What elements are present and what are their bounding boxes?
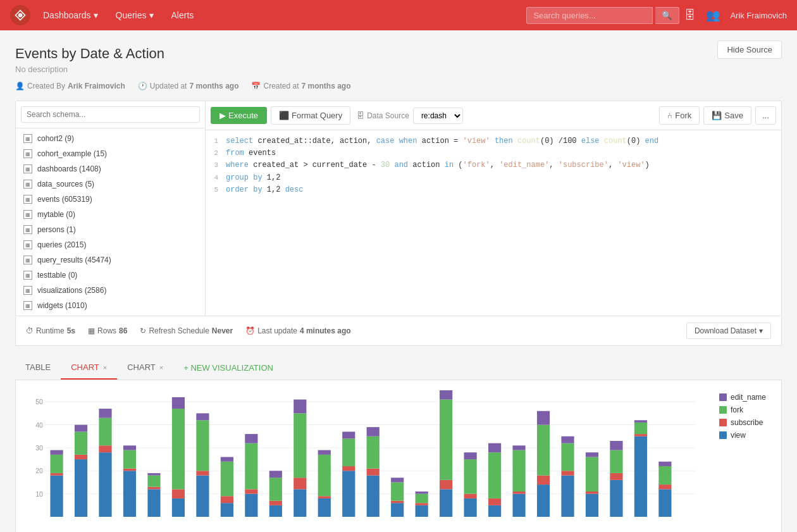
- legend-item-edit_name: edit_name: [719, 393, 766, 402]
- schema-search-input[interactable]: [21, 106, 200, 123]
- user-menu[interactable]: Arik Fraimovich: [730, 11, 787, 20]
- tab-close-button[interactable]: ×: [159, 364, 163, 371]
- chart-bar-view: [440, 489, 452, 517]
- chart-bar-view: [245, 494, 257, 517]
- created-time: 7 months ago: [302, 82, 351, 90]
- download-dataset-button[interactable]: Download Dataset ▾: [686, 323, 771, 339]
- chart-bar-subscribe: [318, 496, 331, 498]
- schema-search-wrapper: [16, 101, 205, 128]
- execute-button[interactable]: ▶ Execute: [211, 107, 267, 124]
- code-line: 3where created_at > current_date - 30 an…: [206, 159, 781, 171]
- chart-bar-view: [367, 476, 380, 517]
- legend-item-subscribe: subscribe: [719, 418, 766, 427]
- chart-bar-subscribe: [464, 494, 477, 498]
- clock-icon: 🕐: [138, 82, 147, 90]
- tab-label: TABLE: [25, 362, 51, 372]
- app-logo[interactable]: [10, 5, 30, 25]
- fork-button[interactable]: ⑃ Fork: [659, 106, 700, 125]
- format-query-button[interactable]: ⬛ Format Query: [271, 106, 350, 125]
- schema-item[interactable]: ▦query_results (45474): [16, 252, 205, 268]
- chart-bar-edit_name: [586, 452, 598, 457]
- chart-bar-subscribe: [50, 473, 63, 476]
- chart-bar-fork: [464, 459, 477, 494]
- schema-item[interactable]: ▦data_sources (5): [16, 176, 205, 192]
- schema-item[interactable]: ▦testtable (0): [16, 268, 205, 283]
- save-button[interactable]: 💾 Save: [703, 106, 751, 125]
- tab-label: CHART: [71, 362, 99, 372]
- tab-close-button[interactable]: ×: [103, 364, 107, 371]
- tab-label: CHART: [127, 362, 156, 372]
- chart-legend: edit_nameforksubscribeview: [719, 393, 766, 440]
- svg-text:20: 20: [35, 467, 43, 474]
- chart-bar-edit_name: [196, 413, 209, 420]
- hide-source-button[interactable]: Hide Source: [717, 40, 782, 59]
- code-editor[interactable]: 1select created_at::date, action, case w…: [206, 130, 781, 257]
- chart-bar-subscribe: [99, 445, 111, 452]
- chart-bar-view: [512, 494, 525, 517]
- add-visualization-button[interactable]: + NEW VISUALIZATION: [173, 357, 283, 379]
- chart-bar-view: [196, 476, 209, 517]
- updated-time: 7 months ago: [189, 82, 238, 90]
- svg-point-0: [18, 13, 23, 18]
- table-icon: ▦: [23, 271, 32, 280]
- schema-item[interactable]: ▦widgets (1010): [16, 298, 205, 313]
- chart-bar-fork: [537, 425, 550, 476]
- chart-container: edit_nameforksubscribeview 5040302010: [15, 380, 782, 532]
- chart-bar-fork: [610, 450, 622, 473]
- rows-stat: ▦ Rows 86: [88, 326, 127, 335]
- chart-bar-edit_name: [610, 441, 622, 450]
- nav-queries[interactable]: Queries ▾: [108, 6, 161, 24]
- schema-item[interactable]: ▦persons (1): [16, 222, 205, 237]
- database-icon[interactable]: 🗄: [684, 9, 696, 22]
- chart-bar-subscribe: [269, 501, 282, 505]
- schema-item[interactable]: ▦mytable (0): [16, 207, 205, 222]
- code-line: 4group by 1,2: [206, 172, 781, 184]
- chart-bar-subscribe: [172, 489, 185, 498]
- tab-chart-1[interactable]: CHART×: [61, 356, 117, 380]
- chart-bar-subscribe: [245, 489, 257, 493]
- chart-bar-subscribe: [123, 469, 136, 471]
- users-icon[interactable]: 👥: [706, 8, 720, 22]
- schema-item[interactable]: ▦visualizations (2586): [16, 283, 205, 298]
- tab-chart-2[interactable]: CHART×: [117, 356, 173, 380]
- chart-bar-subscribe: [537, 476, 550, 485]
- tabs-bar: TABLECHART×CHART×+ NEW VISUALIZATION: [15, 356, 782, 380]
- chart-bar-view: [147, 489, 160, 517]
- chart-bar-view: [123, 471, 136, 517]
- schema-item[interactable]: ▦cohort2 (9): [16, 131, 205, 146]
- search-input[interactable]: [526, 7, 653, 24]
- tab-table-0[interactable]: TABLE: [15, 356, 61, 380]
- more-options-button[interactable]: ...: [755, 106, 776, 125]
- schema-item[interactable]: ▦queries (2015): [16, 237, 205, 252]
- nav-alerts[interactable]: Alerts: [164, 6, 202, 24]
- chart-bar-subscribe: [512, 492, 525, 494]
- chart-bar-fork: [221, 462, 233, 497]
- chart-bar-subscribe: [147, 487, 160, 490]
- search-icon: 🔍: [662, 11, 672, 20]
- chart-bar-subscribe: [488, 498, 501, 505]
- page-description: No description: [15, 65, 164, 74]
- schema-panel: ▦cohort2 (9)▦cohort_example (15)▦dashboa…: [16, 101, 206, 316]
- chart-bar-subscribe: [561, 471, 574, 475]
- chart-bar-subscribe: [391, 501, 404, 504]
- line-content: where created_at > current_date - 30 and…: [226, 159, 650, 171]
- chart-bar-fork: [512, 450, 525, 492]
- chart-bar-view: [610, 480, 622, 517]
- chart-bar-fork: [172, 409, 185, 489]
- chart-bar-fork: [342, 438, 355, 466]
- code-line: 1select created_at::date, action, case w…: [206, 135, 781, 147]
- schema-item[interactable]: ▦dashboards (1408): [16, 161, 205, 176]
- chart-bar-fork: [123, 450, 136, 469]
- chart-bar-edit_name: [634, 420, 647, 423]
- schema-item[interactable]: ▦events (605319): [16, 192, 205, 207]
- chart-bar-fork: [293, 413, 306, 478]
- datasource-select[interactable]: re:dash: [413, 108, 463, 124]
- schema-item[interactable]: ▦cohort_example (15): [16, 146, 205, 161]
- legend-item-fork: fork: [719, 405, 766, 414]
- search-button[interactable]: 🔍: [655, 7, 679, 24]
- line-number: 4: [206, 173, 226, 184]
- nav-dashboards[interactable]: Dashboards ▾: [35, 6, 106, 24]
- schema-list: ▦cohort2 (9)▦cohort_example (15)▦dashboa…: [16, 128, 205, 316]
- created-at-meta: 📅 Created at 7 months ago: [251, 82, 350, 90]
- database-small-icon: 🗄: [357, 111, 364, 120]
